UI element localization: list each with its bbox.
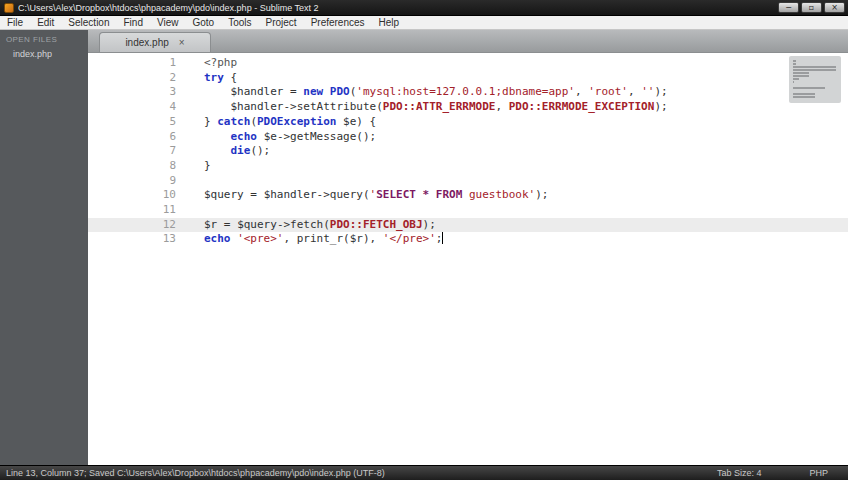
code-line: 3 $handler = new PDO('mysql:host=127.0.0… <box>88 85 848 100</box>
maximize-button[interactable]: ▫ <box>801 2 822 13</box>
tab-index-php[interactable]: index.php × <box>99 32 211 52</box>
code-text <box>190 203 211 218</box>
tab-close-icon[interactable]: × <box>179 38 185 48</box>
sidebar: OPEN FILES index.php <box>0 30 88 465</box>
line-number: 6 <box>88 130 190 145</box>
line-number: 13 <box>88 232 190 247</box>
code-line: 7 die(); <box>88 144 848 159</box>
line-number: 5 <box>88 115 190 130</box>
minimap[interactable] <box>789 56 841 103</box>
code-line: 5} catch(PDOException $e) { <box>88 115 848 130</box>
tab-label: index.php <box>125 37 168 48</box>
line-number: 11 <box>88 203 190 218</box>
line-number: 9 <box>88 174 190 189</box>
status-tab-size[interactable]: Tab Size: 4 <box>717 468 762 478</box>
code-text: } <box>190 159 211 174</box>
code-text: try { <box>190 71 237 86</box>
menu-find[interactable]: Find <box>117 16 150 29</box>
sublime-app-icon <box>4 3 14 13</box>
code-line: 2try { <box>88 71 848 86</box>
code-text: <?php <box>190 56 237 71</box>
line-number: 2 <box>88 71 190 86</box>
tab-bar: index.php × <box>88 30 848 53</box>
code-text: } catch(PDOException $e) { <box>190 115 376 130</box>
code-editor[interactable]: 1<?php2try {3 $handler = new PDO('mysql:… <box>88 53 848 465</box>
code-line: 12$r = $query->fetch(PDO::FETCH_OBJ); <box>88 218 848 233</box>
title-bar: C:\Users\Alex\Dropbox\htdocs\phpacademy\… <box>0 0 848 16</box>
text-caret <box>442 232 443 244</box>
menu-project[interactable]: Project <box>259 16 304 29</box>
code-text: $query = $handler->query('SELECT * FROM … <box>190 188 548 203</box>
code-line: 6 echo $e->getMessage(); <box>88 130 848 145</box>
line-number: 4 <box>88 100 190 115</box>
minimize-button[interactable]: − <box>778 2 799 13</box>
line-number: 1 <box>88 56 190 71</box>
menu-help[interactable]: Help <box>372 16 407 29</box>
code-text: echo $e->getMessage(); <box>190 130 376 145</box>
code-text: echo '<pre>', print_r($r), '</pre>'; <box>190 232 443 247</box>
window-title: C:\Users\Alex\Dropbox\htdocs\phpacademy\… <box>18 3 772 13</box>
code-area: 1<?php2try {3 $handler = new PDO('mysql:… <box>88 56 848 247</box>
menu-tools[interactable]: Tools <box>221 16 258 29</box>
menu-view[interactable]: View <box>150 16 186 29</box>
code-text: die(); <box>190 144 270 159</box>
code-text: $handler->setAttribute(PDO::ATTR_ERRMODE… <box>190 100 668 115</box>
line-number: 12 <box>88 218 190 233</box>
line-number: 3 <box>88 85 190 100</box>
line-number: 10 <box>88 188 190 203</box>
menu-bar: FileEditSelectionFindViewGotoToolsProjec… <box>0 16 848 30</box>
code-line: 9 <box>88 174 848 189</box>
code-text: $r = $query->fetch(PDO::FETCH_OBJ); <box>190 218 436 233</box>
line-number: 8 <box>88 159 190 174</box>
code-line: 1<?php <box>88 56 848 71</box>
open-files-header: OPEN FILES <box>0 30 88 47</box>
code-text: $handler = new PDO('mysql:host=127.0.0.1… <box>190 85 668 100</box>
sublime-window: C:\Users\Alex\Dropbox\htdocs\phpacademy\… <box>0 0 848 480</box>
line-number: 7 <box>88 144 190 159</box>
code-line: 13echo '<pre>', print_r($r), '</pre>'; <box>88 232 848 247</box>
menu-file[interactable]: File <box>0 16 30 29</box>
menu-preferences[interactable]: Preferences <box>304 16 372 29</box>
status-bar: Line 13, Column 37; Saved C:\Users\Alex\… <box>0 465 848 480</box>
menu-goto[interactable]: Goto <box>185 16 221 29</box>
menu-edit[interactable]: Edit <box>30 16 61 29</box>
code-line: 11 <box>88 203 848 218</box>
close-button[interactable]: × <box>824 2 845 13</box>
status-caret-position: Line 13, Column 37; Saved C:\Users\Alex\… <box>6 468 717 478</box>
code-line: 10$query = $handler->query('SELECT * FRO… <box>88 188 848 203</box>
main-region: OPEN FILES index.php index.php × 1<?php2… <box>0 30 848 465</box>
open-files-list: index.php <box>0 47 88 61</box>
editor-column: index.php × 1<?php2try {3 $handler = new… <box>88 30 848 465</box>
code-line: 4 $handler->setAttribute(PDO::ATTR_ERRMO… <box>88 100 848 115</box>
code-text <box>190 174 211 189</box>
open-file-item[interactable]: index.php <box>0 47 88 61</box>
status-syntax[interactable]: PHP <box>809 468 828 478</box>
code-line: 8} <box>88 159 848 174</box>
window-controls: − ▫ × <box>778 2 845 13</box>
menu-selection[interactable]: Selection <box>61 16 116 29</box>
